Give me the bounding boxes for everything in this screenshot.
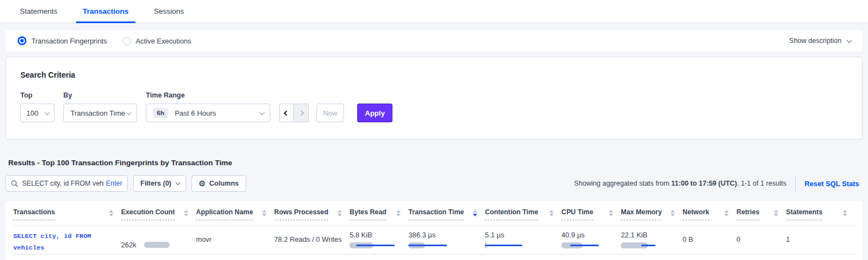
tab-sessions[interactable]: Sessions	[148, 0, 191, 23]
chevron-down-icon	[847, 37, 852, 43]
chevron-right-icon	[298, 110, 304, 116]
column-header-application-name[interactable]: Application Name	[196, 208, 253, 220]
sort-icon[interactable]	[109, 210, 113, 216]
time-prev-button[interactable]	[279, 104, 294, 122]
by-select[interactable]: Transaction Time	[63, 104, 137, 122]
sort-icon[interactable]	[609, 210, 613, 216]
transaction-time-bar	[408, 242, 455, 248]
chevron-down-icon	[176, 181, 181, 185]
radio-label: Transaction Fingerprints	[31, 37, 107, 45]
sort-icon[interactable]	[670, 210, 675, 216]
column-header-transactions[interactable]: Transactions	[13, 208, 55, 220]
bytes-read-bar	[350, 242, 396, 248]
gear-icon: ⚙	[199, 180, 206, 187]
column-header-cpu-time[interactable]: CPU Time	[561, 208, 593, 220]
results-table: Transactions Execution Count Application…	[6, 201, 862, 260]
tab-transactions[interactable]: Transactions	[76, 0, 135, 23]
sort-icon[interactable]	[774, 210, 778, 216]
table-row: SELECT city, id FROM vehicles 262k movr …	[13, 226, 855, 254]
search-criteria-card: Search Criteria Top 100 By Transaction T…	[6, 57, 862, 139]
radio-label: Active Executions	[136, 37, 192, 45]
cell-rows-processed: 78.2 Reads / 0 Writes	[274, 226, 350, 254]
column-header-contention-time[interactable]: Contention Time	[485, 208, 538, 220]
time-next-button[interactable]	[294, 104, 309, 122]
cell-max-memory: 22.1 KiB	[621, 226, 683, 254]
top-select[interactable]: 100	[20, 104, 54, 122]
table-header-row: Transactions Execution Count Application…	[13, 201, 855, 226]
transaction-fingerprint-link[interactable]: SELECT city, id FROM vehicles	[13, 231, 110, 253]
reset-sql-stats-link[interactable]: Reset SQL Stats	[805, 180, 859, 188]
results-controls: Enter Filters (0) ⚙ Columns Showing aggr…	[6, 175, 862, 192]
sort-icon[interactable]	[549, 210, 554, 216]
stats-time-range: 11:00 to 17:59 (UTC)	[672, 180, 737, 187]
time-range-value: Past 6 Hours	[174, 109, 259, 117]
radio-active-executions[interactable]: Active Executions	[123, 37, 192, 45]
top-value: 100	[26, 109, 39, 117]
chevron-left-icon	[284, 110, 290, 116]
cell-bytes-read: 5.8 KiB	[350, 226, 408, 254]
cell-execution-count: 262k	[121, 226, 196, 254]
top-field: Top 100	[20, 91, 54, 122]
view-toggle-strip: Transaction Fingerprints Active Executio…	[6, 30, 862, 51]
top-label: Top	[20, 91, 54, 99]
chevron-down-icon	[126, 110, 132, 115]
radio-transaction-fingerprints[interactable]: Transaction Fingerprints	[18, 36, 107, 45]
cell-statements: 1	[786, 226, 855, 254]
divider	[795, 175, 796, 192]
column-header-statements[interactable]: Statements	[786, 208, 822, 220]
columns-label: Columns	[209, 180, 238, 187]
sort-icon[interactable]	[184, 210, 188, 216]
filters-button[interactable]: Filters (0)	[133, 175, 186, 192]
sort-icon[interactable]	[337, 210, 342, 216]
cell-application-name: movr	[196, 226, 274, 254]
time-range-select[interactable]: 6h Past 6 Hours	[146, 104, 270, 122]
cpu-time-bar	[561, 242, 608, 248]
cell-cpu-time: 40.9 µs	[561, 226, 621, 254]
max-memory-bar	[621, 242, 667, 248]
column-header-transaction-time[interactable]: Transaction Time	[408, 208, 464, 220]
cell-retries: 0	[736, 226, 786, 254]
column-header-retries[interactable]: Retries	[736, 208, 760, 220]
page-tabs: Statements Transactions Sessions	[0, 0, 868, 23]
column-header-bytes-read[interactable]: Bytes Read	[350, 208, 386, 220]
time-range-field: Time Range 6h Past 6 Hours	[146, 91, 270, 122]
cell-contention-time: 5.1 µs	[485, 226, 561, 254]
by-field: By Transaction Time	[63, 91, 137, 122]
query-search-box[interactable]: Enter	[6, 175, 128, 192]
sort-icon[interactable]	[843, 210, 847, 216]
tab-statements[interactable]: Statements	[13, 0, 64, 23]
sort-icon[interactable]	[724, 210, 729, 216]
search-criteria-title: Search Criteria	[20, 71, 848, 79]
show-description-label: Show description	[789, 37, 842, 45]
columns-button[interactable]: ⚙ Columns	[192, 175, 246, 192]
search-input[interactable]	[22, 180, 104, 187]
column-header-execution-count[interactable]: Execution Count	[121, 208, 175, 220]
search-icon	[11, 180, 18, 187]
sort-icon-active-desc[interactable]	[473, 210, 477, 216]
radio-unselected-icon	[123, 37, 131, 45]
now-button[interactable]: Now	[316, 104, 344, 122]
cell-network: 0 B	[683, 226, 736, 254]
by-label: By	[63, 91, 137, 99]
time-nav	[279, 104, 309, 122]
chevron-down-icon	[259, 110, 265, 115]
cell-transaction-time: 386.3 µs	[408, 226, 485, 254]
aggregated-stats-text: Showing aggregated stats from 11:00 to 1…	[574, 180, 787, 187]
chevron-down-icon	[45, 110, 50, 115]
filters-label: Filters (0)	[140, 180, 171, 187]
apply-button[interactable]: Apply	[357, 104, 392, 122]
show-description-toggle[interactable]: Show description	[789, 37, 850, 45]
by-value: Transaction Time	[70, 109, 125, 117]
column-header-rows-processed[interactable]: Rows Processed	[274, 208, 328, 220]
execution-count-bar	[144, 242, 171, 248]
results-heading: Results - Top 100 Transaction Fingerprin…	[8, 159, 860, 167]
column-header-network[interactable]: Network	[683, 208, 709, 220]
radio-selected-icon	[18, 36, 26, 45]
sort-icon[interactable]	[262, 210, 266, 216]
search-enter-button[interactable]: Enter	[106, 180, 122, 187]
contention-time-bar	[485, 242, 531, 248]
sort-icon[interactable]	[396, 210, 401, 216]
time-range-badge: 6h	[153, 108, 168, 118]
column-header-max-memory[interactable]: Max Memory	[621, 208, 662, 220]
time-range-label: Time Range	[146, 91, 270, 99]
